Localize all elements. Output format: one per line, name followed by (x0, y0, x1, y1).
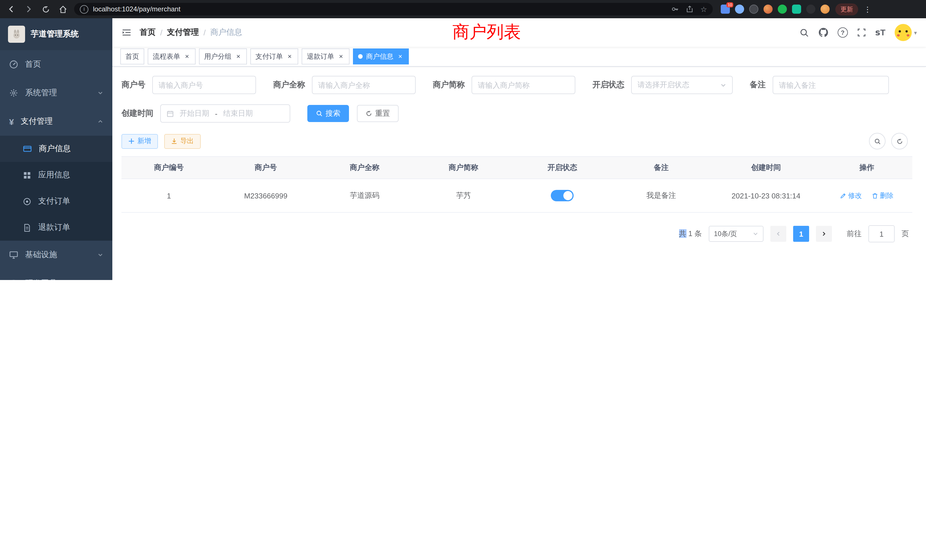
close-icon[interactable]: × (286, 53, 293, 61)
close-icon[interactable]: × (397, 53, 404, 61)
sidebar-item-label: 商户信息 (39, 144, 71, 154)
cell-id: 1 (121, 179, 216, 212)
chevron-right-icon (821, 231, 827, 237)
tab-pay-order[interactable]: 支付订单 × (250, 48, 298, 64)
sidebar-item-label: 支付订单 (38, 196, 70, 206)
merchant-no-input[interactable] (152, 76, 256, 94)
chevron-down-icon (720, 82, 726, 88)
extension-icon[interactable] (806, 5, 816, 14)
sidebar-item-payment[interactable]: ¥ 支付管理 (0, 107, 112, 136)
status-toggle[interactable] (551, 190, 574, 201)
monitor-icon (9, 250, 18, 259)
export-button[interactable]: 导出 (164, 134, 201, 148)
cell-short-name: 芋艿 (414, 179, 513, 212)
close-icon[interactable]: × (235, 53, 242, 61)
search-icon (316, 110, 323, 117)
user-menu[interactable]: ▾ (895, 24, 917, 41)
chrome-menu-icon[interactable]: ⋮ (864, 5, 870, 14)
download-icon (171, 138, 177, 144)
bookmark-star-icon[interactable]: ☆ (701, 5, 707, 14)
breadcrumb-item[interactable]: 首页 (140, 27, 156, 38)
sidebar-item-label: 退款订单 (38, 222, 70, 233)
sidebar-item-devtools[interactable]: 研发工具 (0, 269, 112, 280)
sidebar-item-label: 系统管理 (25, 88, 57, 98)
share-icon[interactable] (686, 5, 694, 13)
url-bar[interactable]: i localhost:1024/pay/merchant ☆ (74, 3, 713, 15)
add-button-label: 新增 (138, 136, 151, 146)
create-time-label: 创建时间 (121, 108, 153, 119)
full-name-label: 商户全称 (273, 80, 305, 90)
fullscreen-icon[interactable] (857, 28, 866, 37)
extension-icon[interactable] (792, 5, 801, 14)
app-logo[interactable]: 芋道管理系统 (0, 18, 112, 50)
date-start-placeholder: 开始日期 (180, 108, 209, 119)
url-text[interactable]: localhost:1024/pay/merchant (93, 5, 667, 13)
search-icon (874, 138, 881, 145)
sidebar-item-label: 首页 (25, 59, 41, 70)
sidebar-item-infra[interactable]: 基础设施 (0, 241, 112, 269)
goto-page-input[interactable] (869, 225, 895, 242)
search-icon[interactable] (799, 28, 809, 37)
github-icon[interactable] (818, 27, 829, 38)
tab-refund-order[interactable]: 退款订单 × (302, 48, 350, 64)
extension-icon[interactable]: 10 (721, 5, 730, 14)
extension-icon[interactable] (778, 5, 787, 14)
cell-merchant-no: M233666999 (216, 179, 315, 212)
font-size-icon[interactable]: ꜱT (875, 27, 885, 38)
password-key-icon[interactable] (672, 5, 679, 13)
sidebar-item-refund-order[interactable]: 退款订单 (0, 215, 112, 241)
tab-process-form[interactable]: 流程表单 × (148, 48, 195, 64)
toggle-search-button[interactable] (869, 133, 885, 150)
profile-avatar-icon[interactable] (820, 5, 830, 14)
date-range-picker[interactable]: 开始日期 - 结束日期 (160, 104, 290, 123)
next-page-button[interactable] (816, 226, 832, 242)
extension-icon[interactable] (749, 5, 758, 14)
payment-submenu: 商户信息 应用信息 支付订单 (0, 136, 112, 241)
sidebar-item-label: 研发工具 (25, 278, 57, 280)
short-name-input[interactable] (472, 76, 575, 94)
status-select-placeholder: 请选择开启状态 (637, 80, 720, 90)
chevron-left-icon (775, 231, 781, 237)
user-avatar[interactable] (895, 24, 912, 41)
tab-merchant-info[interactable]: 商户信息 × (353, 48, 409, 64)
sidebar-item-system[interactable]: 系统管理 (0, 79, 112, 107)
extension-icon[interactable] (735, 5, 744, 14)
sidebar-item-label: 基础设施 (25, 250, 57, 260)
reload-icon[interactable] (40, 3, 51, 15)
close-icon[interactable]: × (184, 53, 191, 61)
close-icon[interactable]: × (337, 53, 344, 61)
breadcrumb-item[interactable]: 支付管理 (167, 27, 199, 38)
add-button[interactable]: 新增 (121, 134, 158, 148)
refresh-table-button[interactable] (891, 133, 908, 150)
sidebar-item-app-info[interactable]: 应用信息 (0, 162, 112, 188)
help-icon[interactable]: ? (838, 27, 848, 38)
forward-icon[interactable] (23, 3, 34, 15)
prev-page-button[interactable] (770, 226, 786, 242)
chrome-update-button[interactable]: 更新 (835, 3, 858, 15)
page-unit-label: 页 (902, 229, 909, 239)
page-content: 商户号 商户全称 商户简称 开启状态 请选择开启状态 (112, 67, 926, 280)
page-number-button[interactable]: 1 (793, 226, 809, 242)
home-icon[interactable] (57, 3, 68, 15)
full-name-input[interactable] (312, 76, 416, 94)
extension-icon[interactable] (764, 5, 773, 14)
edit-link[interactable]: 修改 (840, 191, 862, 200)
breadcrumb-item-current: 商户信息 (210, 27, 242, 38)
site-info-icon[interactable]: i (80, 5, 88, 14)
sidebar-item-home[interactable]: 首页 (0, 50, 112, 79)
status-select[interactable]: 请选择开启状态 (631, 76, 733, 94)
document-icon (23, 223, 31, 232)
sidebar-item-pay-order[interactable]: 支付订单 (0, 188, 112, 215)
delete-link[interactable]: 删除 (872, 191, 894, 200)
search-button[interactable]: 搜索 (307, 105, 349, 122)
tab-home[interactable]: 首页 (120, 48, 144, 64)
remark-input[interactable] (773, 76, 889, 94)
back-icon[interactable] (6, 3, 17, 15)
reset-button[interactable]: 重置 (357, 105, 399, 122)
date-separator: - (215, 109, 218, 118)
page-annotation: 商户列表 (452, 21, 521, 44)
page-size-select[interactable]: 10条/页 (709, 226, 764, 242)
sidebar-toggle-icon[interactable] (121, 27, 132, 38)
tab-user-group[interactable]: 用户分组 × (199, 48, 247, 64)
sidebar-item-merchant-info[interactable]: 商户信息 (0, 136, 112, 162)
